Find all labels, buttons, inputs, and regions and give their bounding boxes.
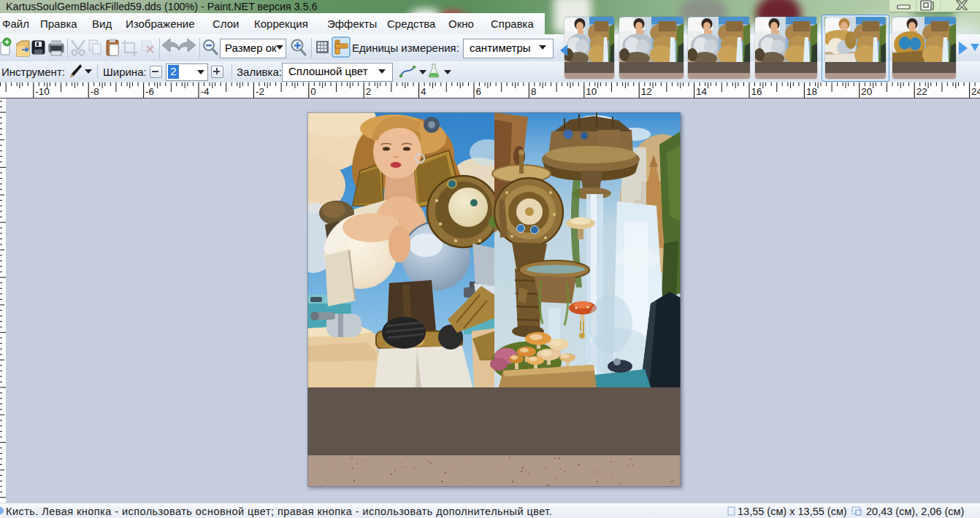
svg-text:-8: -8	[91, 86, 99, 97]
svg-text:10: 10	[586, 86, 597, 97]
svg-text:-2: -2	[256, 86, 264, 97]
svg-text:16: 16	[751, 86, 762, 97]
svg-text:-4: -4	[201, 86, 210, 97]
svg-text:-10: -10	[35, 86, 50, 97]
svg-text:24: 24	[971, 86, 980, 97]
svg-text:12: 12	[641, 86, 652, 97]
svg-text:8: 8	[531, 86, 537, 97]
svg-text:20: 20	[861, 86, 872, 97]
svg-text:0: 0	[310, 86, 316, 97]
svg-text:6: 6	[476, 86, 482, 97]
svg-text:2: 2	[366, 86, 372, 97]
svg-text:14: 14	[696, 86, 708, 97]
svg-text:-6: -6	[145, 86, 154, 97]
svg-text:4: 4	[421, 86, 426, 97]
svg-text:22: 22	[916, 86, 927, 97]
svg-text:18: 18	[806, 86, 817, 97]
